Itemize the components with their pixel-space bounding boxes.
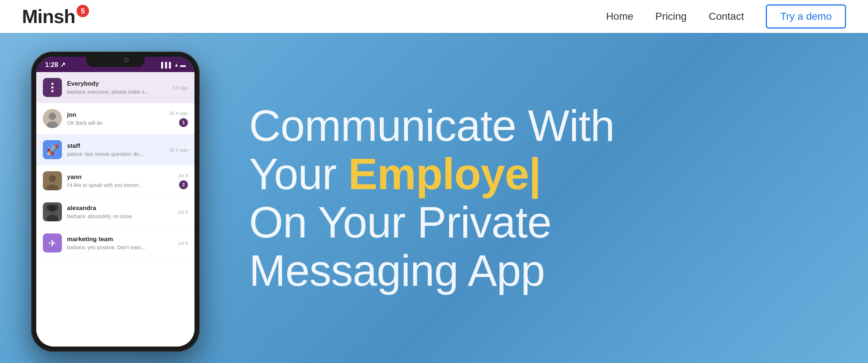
phone-mockup: 1:28 ↗ ▌▌▌ ▴ ▬ (31, 52, 200, 352)
chat-info-jon: jon OK Barb will do (67, 111, 164, 126)
avatar-alexandra (43, 202, 62, 221)
unread-badge-yann: 2 (179, 180, 188, 189)
marketing-avatar-svg: ✈ (43, 233, 62, 252)
avatar-staff: 🚀 (43, 140, 62, 159)
svg-text:✈: ✈ (48, 238, 56, 249)
yann-avatar-svg (43, 171, 62, 190)
hero-line2-highlight: Employe| (348, 149, 541, 198)
status-icons: ▌▌▌ ▴ ▬ (161, 61, 186, 68)
nav-contact[interactable]: Contact (709, 11, 744, 22)
chat-preview-marketing: barbara: yes positive. Don't wast... (67, 244, 173, 250)
chat-time-jon: 20 h ago (169, 111, 188, 116)
hero-title: Communicate With Your Employe| On Your P… (249, 101, 839, 295)
hero-line4: Messaging App (249, 246, 545, 295)
svg-point-1 (49, 113, 56, 120)
chat-name-jon: jon (67, 111, 164, 119)
chat-name-everybody: Everybody (67, 80, 167, 87)
nav-home[interactable]: Home (606, 11, 634, 22)
dot1 (51, 83, 53, 85)
chat-meta-alexandra: Jul 8 (178, 209, 188, 215)
chat-meta-staff: 20 h ago (169, 147, 188, 153)
chat-time-everybody: 3 h ago (172, 85, 188, 90)
avatar-everybody (43, 78, 62, 97)
logo-text: Minsh (22, 5, 75, 27)
chat-preview-everybody: barbara: everyone, please make s... (67, 89, 167, 95)
status-time: 1:28 ↗ (45, 61, 66, 69)
svg-text:🚀: 🚀 (46, 144, 59, 156)
hero-line2-prefix: Your (249, 149, 348, 198)
chat-meta-everybody: 3 h ago (172, 85, 188, 90)
three-dots-icon (51, 83, 53, 92)
chat-name-yann: yann (67, 173, 173, 181)
chat-info-everybody: Everybody barbara: everyone, please make… (67, 80, 167, 95)
chat-time-staff: 20 h ago (169, 147, 188, 153)
dot3 (51, 90, 53, 92)
dot2 (51, 86, 53, 89)
chat-item-yann[interactable]: yann I'd like to speak with you tomorr..… (36, 165, 194, 197)
svg-point-6 (49, 175, 56, 182)
phone-section: 1:28 ↗ ▌▌▌ ▴ ▬ (0, 33, 220, 363)
phone-screen: 1:28 ↗ ▌▌▌ ▴ ▬ (36, 57, 194, 347)
chat-name-staff: staff (67, 142, 164, 150)
chat-item-marketing[interactable]: ✈ marketing team barbara: yes positive. … (36, 228, 194, 259)
avatar-marketing: ✈ (43, 233, 62, 252)
chat-list: Everybody barbara: everyone, please make… (36, 72, 194, 347)
header: Minsh 5 Home Pricing Contact Try a demo (0, 0, 868, 33)
chat-name-marketing: marketing team (67, 236, 173, 243)
chat-info-marketing: marketing team barbara: yes positive. Do… (67, 236, 173, 250)
staff-avatar-svg: 🚀 (43, 140, 62, 159)
phone-camera (124, 57, 129, 63)
main-nav: Home Pricing Contact Try a demo (606, 4, 846, 29)
avatar-jon (43, 109, 62, 128)
chat-item-staff[interactable]: 🚀 staff patrick: last minute question: d… (36, 134, 194, 165)
chat-time-alexandra: Jul 8 (178, 209, 188, 215)
wifi-icon: ▴ (175, 61, 178, 68)
battery-icon: ▬ (180, 62, 186, 68)
hero-text-section: Communicate With Your Employe| On Your P… (220, 33, 868, 363)
jon-avatar-svg (43, 109, 62, 128)
chat-preview-alexandra: barbara: absolutely, no issue (67, 213, 173, 219)
hero-line1: Communicate With (249, 101, 615, 150)
chat-time-yann: Jul 9 (178, 173, 188, 178)
unread-badge-jon: 1 (179, 118, 188, 127)
nav-pricing[interactable]: Pricing (655, 11, 687, 22)
avatar-yann (43, 171, 62, 190)
hero-section: 1:28 ↗ ▌▌▌ ▴ ▬ (0, 33, 868, 363)
chat-time-marketing: Jul 8 (178, 240, 188, 246)
chat-meta-jon: 20 h ago 1 (169, 111, 188, 127)
notification-badge: 5 (77, 5, 89, 17)
chat-preview-yann: I'd like to speak with you tomorr... (67, 182, 173, 188)
chat-name-alexandra: alexandra (67, 205, 173, 212)
signal-icon: ▌▌▌ (161, 62, 173, 68)
try-demo-button[interactable]: Try a demo (766, 4, 846, 29)
alexandra-avatar-svg (43, 202, 62, 221)
chat-item-alexandra[interactable]: alexandra barbara: absolutely, no issue … (36, 197, 194, 228)
logo-area: Minsh 5 (22, 5, 89, 27)
chat-info-staff: staff patrick: last minute question: do.… (67, 142, 164, 157)
phone-notch (86, 57, 145, 67)
svg-rect-11 (47, 205, 58, 210)
chat-item-jon[interactable]: jon OK Barb will do 20 h ago 1 (36, 103, 194, 134)
chat-meta-marketing: Jul 8 (178, 240, 188, 246)
chat-info-alexandra: alexandra barbara: absolutely, no issue (67, 205, 173, 219)
chat-info-yann: yann I'd like to speak with you tomorr..… (67, 173, 173, 188)
chat-meta-yann: Jul 9 2 (178, 173, 188, 189)
hero-line3: On Your Private (249, 198, 552, 247)
chat-preview-staff: patrick: last minute question: do... (67, 151, 164, 157)
chat-preview-jon: OK Barb will do (67, 120, 164, 126)
chat-item-everybody[interactable]: Everybody barbara: everyone, please make… (36, 72, 194, 103)
